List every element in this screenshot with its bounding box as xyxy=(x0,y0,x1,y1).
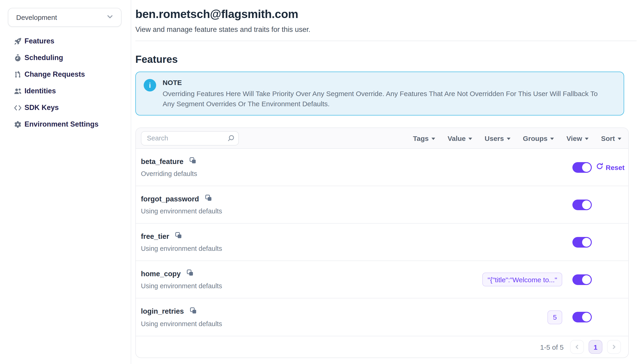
filter-label: Sort xyxy=(601,134,615,142)
toggle-knob xyxy=(582,163,591,172)
copy-icon[interactable] xyxy=(205,194,212,203)
filter-groups[interactable]: Groups xyxy=(523,134,554,142)
prev-page-button[interactable] xyxy=(570,340,584,354)
pagination-bar: 1-5 of 5 1 xyxy=(136,336,628,358)
feature-row[interactable]: beta_feature Overriding defaults Reset xyxy=(136,149,628,186)
feature-info: free_tier Using environment defaults xyxy=(141,232,222,252)
main-content: ben.rometsch@flagsmith.com View and mana… xyxy=(131,0,644,364)
info-icon: i xyxy=(144,79,156,92)
feature-controls: "{"title":"Welcome to..." xyxy=(482,272,623,286)
reset-icon xyxy=(596,162,603,172)
reset-control[interactable]: Reset xyxy=(596,162,623,172)
feature-status: Using environment defaults xyxy=(141,208,222,215)
caret-down-icon xyxy=(468,138,472,140)
filter-view[interactable]: View xyxy=(566,134,588,142)
feature-toggle[interactable] xyxy=(572,162,592,172)
feature-row[interactable]: login_retries Using environment defaults… xyxy=(136,298,628,336)
filter-bar: Tags Value Users Groups View Sort xyxy=(413,134,621,142)
stopwatch-icon xyxy=(14,54,22,62)
feature-controls xyxy=(572,199,623,210)
feature-row[interactable]: home_copy Using environment defaults "{"… xyxy=(136,261,628,298)
feature-controls xyxy=(572,237,623,247)
filter-users[interactable]: Users xyxy=(484,134,510,142)
feature-name[interactable]: free_tier xyxy=(141,232,169,240)
sidebar-item-sdk-keys[interactable]: SDK Keys xyxy=(0,99,131,116)
caret-down-icon xyxy=(506,138,510,140)
search-input[interactable] xyxy=(141,131,239,145)
note-label: NOTE xyxy=(162,78,606,87)
search-wrap xyxy=(141,131,239,145)
header-divider xyxy=(135,41,636,41)
code-icon xyxy=(14,104,22,112)
features-section-heading: Features xyxy=(135,53,636,66)
feature-name[interactable]: login_retries xyxy=(141,307,184,316)
feature-controls: 5 xyxy=(548,310,623,324)
pagination-summary: 1-5 of 5 xyxy=(540,343,564,351)
copy-icon[interactable] xyxy=(175,232,182,241)
sidebar-item-label: SDK Keys xyxy=(24,104,59,112)
reset-label[interactable]: Reset xyxy=(606,163,624,171)
feature-row[interactable]: forgot_password Using environment defaul… xyxy=(136,186,628,224)
sidebar-nav: Features Scheduling Change Requests Iden… xyxy=(0,33,131,132)
feature-info: beta_feature Overriding defaults xyxy=(141,157,197,178)
user-features-page: Development Features Scheduling xyxy=(0,0,644,364)
filter-tags[interactable]: Tags xyxy=(413,134,435,142)
environment-selector[interactable]: Development xyxy=(8,8,122,27)
environment-sidebar: Development Features Scheduling xyxy=(0,0,131,364)
toggle-knob xyxy=(582,313,591,322)
feature-status: Using environment defaults xyxy=(141,282,222,290)
next-page-button[interactable] xyxy=(607,340,621,354)
feature-toggle[interactable] xyxy=(572,237,592,247)
features-toolbar: Tags Value Users Groups View Sort xyxy=(136,128,628,149)
page-title: ben.rometsch@flagsmith.com xyxy=(135,7,636,21)
sidebar-item-scheduling[interactable]: Scheduling xyxy=(0,50,131,66)
toggle-knob xyxy=(582,238,591,246)
feature-name[interactable]: beta_feature xyxy=(141,157,184,166)
feature-controls: Reset xyxy=(572,162,623,172)
rocket-icon xyxy=(14,37,22,45)
chevron-down-icon xyxy=(105,12,114,23)
feature-toggle[interactable] xyxy=(572,199,592,210)
copy-icon[interactable] xyxy=(190,307,197,316)
filter-label: Users xyxy=(484,134,504,142)
feature-status: Using environment defaults xyxy=(141,320,222,327)
page-number-button[interactable]: 1 xyxy=(588,340,602,354)
filter-label: Value xyxy=(448,134,466,142)
sidebar-item-change-requests[interactable]: Change Requests xyxy=(0,66,131,83)
feature-value-chip[interactable]: 5 xyxy=(548,310,562,324)
feature-info: forgot_password Using environment defaul… xyxy=(141,194,222,215)
toggle-knob xyxy=(582,275,591,284)
feature-name[interactable]: forgot_password xyxy=(141,195,199,203)
sidebar-item-label: Features xyxy=(24,37,54,45)
filter-sort[interactable]: Sort xyxy=(601,134,621,142)
feature-status: Using environment defaults xyxy=(141,245,222,252)
note-content: NOTE Overriding Features Here Will Take … xyxy=(162,78,606,109)
toggle-knob xyxy=(582,200,591,209)
gear-icon xyxy=(14,120,22,128)
sidebar-item-environment-settings[interactable]: Environment Settings xyxy=(0,116,131,132)
filter-label: Tags xyxy=(413,134,429,142)
feature-info: login_retries Using environment defaults xyxy=(141,307,222,327)
filter-label: Groups xyxy=(523,134,548,142)
sidebar-item-label: Identities xyxy=(24,87,56,95)
sidebar-item-label: Scheduling xyxy=(24,54,63,62)
feature-toggle[interactable] xyxy=(572,312,592,322)
copy-icon[interactable] xyxy=(190,157,196,166)
feature-info: home_copy Using environment defaults xyxy=(141,269,222,290)
filter-value[interactable]: Value xyxy=(448,134,472,142)
features-panel: Tags Value Users Groups View Sort beta_f… xyxy=(135,128,629,358)
note-text: Overriding Features Here Will Take Prior… xyxy=(162,89,606,109)
sidebar-item-identities[interactable]: Identities xyxy=(0,83,131,99)
copy-icon[interactable] xyxy=(187,269,194,278)
caret-down-icon xyxy=(432,138,435,140)
pull-request-icon xyxy=(14,70,22,78)
feature-row[interactable]: free_tier Using environment defaults xyxy=(136,224,628,261)
feature-toggle[interactable] xyxy=(572,274,592,285)
caret-down-icon xyxy=(585,138,588,140)
feature-name[interactable]: home_copy xyxy=(141,270,181,278)
sidebar-item-features[interactable]: Features xyxy=(0,33,131,50)
filter-label: View xyxy=(566,134,582,142)
feature-value-chip[interactable]: "{"title":"Welcome to..." xyxy=(482,272,562,286)
sidebar-item-label: Change Requests xyxy=(24,70,85,78)
caret-down-icon xyxy=(618,138,621,140)
